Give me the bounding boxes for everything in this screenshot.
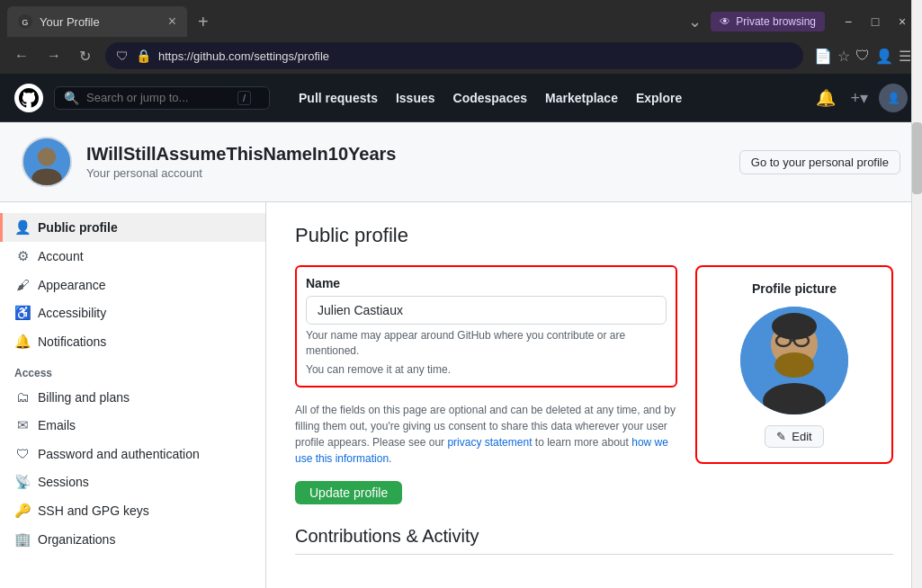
key-icon: 🔑 xyxy=(14,503,31,519)
profile-avatar-large xyxy=(22,137,72,187)
svg-point-3 xyxy=(38,147,56,165)
sidebar-label-account: Account xyxy=(38,249,84,263)
sidebar-item-organizations[interactable]: 🏢 Organizations xyxy=(0,525,265,554)
menu-icon[interactable]: ☰ xyxy=(899,48,911,65)
name-hint: Your name may appear around GitHub where… xyxy=(306,328,667,359)
add-icon[interactable]: +▾ xyxy=(846,85,872,111)
tab-favicon: G xyxy=(18,14,32,29)
shield-icon: 🛡 xyxy=(116,49,129,63)
sidebar-item-sessions[interactable]: 📡 Sessions xyxy=(0,468,265,496)
accessibility-icon: ♿ xyxy=(14,305,31,321)
sidebar-item-billing[interactable]: 🗂 Billing and plans xyxy=(0,383,265,411)
search-bar[interactable]: 🔍 / xyxy=(54,86,270,110)
search-icon: 🔍 xyxy=(64,91,79,105)
pencil-icon: ✎ xyxy=(776,430,786,443)
main-layout: 👤 Public profile ⚙ Account 🖌 Appearance … xyxy=(0,202,922,588)
consent-info-box: All of the fields on this page are optio… xyxy=(295,402,677,467)
sidebar-item-account[interactable]: ⚙ Account xyxy=(0,242,265,271)
profile-form-grid: Name Your name may appear around GitHub … xyxy=(295,265,893,504)
update-profile-button[interactable]: Update profile xyxy=(295,481,402,504)
sidebar: 👤 Public profile ⚙ Account 🖌 Appearance … xyxy=(0,202,266,588)
private-browsing-icon: 👁 xyxy=(720,15,730,28)
sidebar-item-emails[interactable]: ✉ Emails xyxy=(0,411,265,440)
bell-icon: 🔔 xyxy=(14,334,31,350)
billing-icon: 🗂 xyxy=(14,389,31,405)
access-section-label: Access xyxy=(0,356,265,383)
profile-header-info: IWillStillAssumeThisNameIn10Years Your p… xyxy=(86,144,396,180)
mail-icon: ✉ xyxy=(14,417,31,433)
sidebar-item-ssh[interactable]: 🔑 SSH and GPG keys xyxy=(0,496,265,525)
sidebar-item-notifications[interactable]: 🔔 Notifications xyxy=(0,327,265,356)
browser-chrome: G Your Profile × + ⌄ 👁 Private browsing … xyxy=(0,0,922,74)
lock-icon: 🔒 xyxy=(136,49,151,63)
nav-issues[interactable]: Issues xyxy=(389,85,443,111)
notifications-icon[interactable]: 🔔 xyxy=(812,85,839,111)
edit-picture-button[interactable]: ✎ Edit xyxy=(765,425,823,448)
profile-picture-column: Profile picture xyxy=(695,265,893,504)
main-nav: Pull requests Issues Codespaces Marketpl… xyxy=(291,85,689,111)
sidebar-label-organizations: Organizations xyxy=(38,532,115,547)
name-field-group: Name Your name may appear around GitHub … xyxy=(295,265,677,388)
sidebar-label-notifications: Notifications xyxy=(38,334,106,349)
svg-text:G: G xyxy=(22,18,29,27)
sidebar-label-public-profile: Public profile xyxy=(38,220,118,235)
user-avatar-header[interactable]: 👤 xyxy=(879,84,908,112)
go-to-profile-button[interactable]: Go to your personal profile xyxy=(739,150,900,174)
scrollbar-track[interactable] xyxy=(911,0,922,588)
shield-action-icon[interactable]: 🛡 xyxy=(855,48,870,64)
sidebar-item-password[interactable]: 🛡 Password and authentication xyxy=(0,440,265,468)
profile-picture-title: Profile picture xyxy=(712,281,877,296)
tab-dropdown-icon[interactable]: ⌄ xyxy=(683,8,707,35)
tab-title: Your Profile xyxy=(40,15,161,29)
profile-username: IWillStillAssumeThisNameIn10Years xyxy=(86,144,396,165)
search-input[interactable] xyxy=(86,91,230,104)
private-browsing-label: Private browsing xyxy=(736,15,816,28)
back-button[interactable]: ← xyxy=(11,46,32,66)
address-bar[interactable]: 🛡 🔒 https://github.com/settings/profile xyxy=(105,42,803,69)
sidebar-label-appearance: Appearance xyxy=(38,278,106,292)
scrollbar-thumb[interactable] xyxy=(912,122,922,194)
contributions-title: Contributions & Activity xyxy=(295,526,893,555)
active-tab[interactable]: G Your Profile × xyxy=(7,6,187,37)
content-area: Public profile Name Your name may appear… xyxy=(266,202,922,588)
name-input[interactable] xyxy=(306,296,667,325)
reader-icon[interactable]: 📄 xyxy=(814,48,832,65)
contributions-section: Contributions & Activity xyxy=(295,526,893,555)
paintbrush-icon: 🖌 xyxy=(14,277,31,292)
nav-explore[interactable]: Explore xyxy=(629,85,689,111)
minimize-button[interactable]: − xyxy=(836,9,861,34)
tab-close-btn[interactable]: × xyxy=(168,14,176,29)
nav-marketplace[interactable]: Marketplace xyxy=(538,85,625,111)
profile-header: IWillStillAssumeThisNameIn10Years Your p… xyxy=(0,122,922,202)
github-header: 🔍 / Pull requests Issues Codespaces Mark… xyxy=(0,74,922,122)
new-tab-button[interactable]: + xyxy=(191,8,216,36)
org-icon: 🏢 xyxy=(14,531,31,548)
privacy-link[interactable]: privacy statement xyxy=(447,436,532,449)
tab-bar: G Your Profile × + ⌄ 👁 Private browsing … xyxy=(0,0,922,38)
url-display: https://github.com/settings/profile xyxy=(158,49,329,63)
profile-icon[interactable]: 👤 xyxy=(875,48,893,65)
name-hint-text: Your name may appear around GitHub where… xyxy=(306,329,625,357)
sidebar-item-appearance[interactable]: 🖌 Appearance xyxy=(0,271,265,298)
nav-codespaces[interactable]: Codespaces xyxy=(446,85,534,111)
github-logo[interactable] xyxy=(14,84,43,112)
page-title: Public profile xyxy=(295,224,893,247)
sidebar-label-accessibility: Accessibility xyxy=(38,306,106,320)
search-slash: / xyxy=(237,91,251,105)
browser-action-buttons: 📄 ☆ 🛡 👤 ☰ xyxy=(814,48,911,65)
bookmark-icon[interactable]: ☆ xyxy=(837,48,850,65)
nav-pull-requests[interactable]: Pull requests xyxy=(291,85,385,111)
name-label: Name xyxy=(306,276,667,290)
sidebar-label-billing: Billing and plans xyxy=(38,390,130,405)
header-right: 🔔 +▾ 👤 xyxy=(812,84,908,112)
sidebar-label-sessions: Sessions xyxy=(38,475,89,489)
sidebar-label-password: Password and authentication xyxy=(38,447,200,461)
forward-button[interactable]: → xyxy=(43,46,65,66)
shield-icon: 🛡 xyxy=(14,446,31,461)
maximize-button[interactable]: □ xyxy=(863,9,888,34)
sidebar-item-public-profile[interactable]: 👤 Public profile xyxy=(0,213,265,242)
form-left-column: Name Your name may appear around GitHub … xyxy=(295,265,677,504)
sidebar-item-accessibility[interactable]: ♿ Accessibility xyxy=(0,298,265,327)
refresh-button[interactable]: ↻ xyxy=(76,46,94,67)
sidebar-label-emails: Emails xyxy=(38,418,76,432)
